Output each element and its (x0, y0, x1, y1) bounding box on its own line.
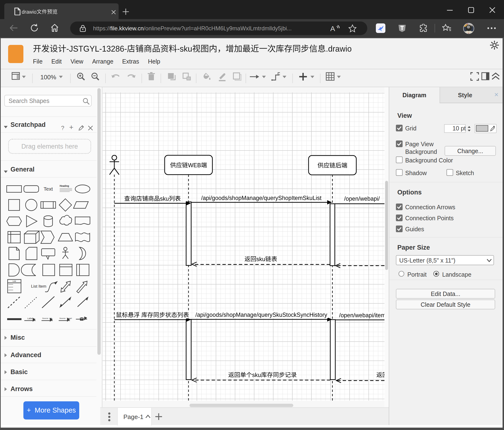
svg-text:Source: Source (59, 317, 66, 319)
svg-text:Source: Source (42, 317, 48, 319)
svg-text:List Item: List Item (31, 284, 46, 289)
svg-text:List: List (13, 280, 16, 282)
svg-text:Label: Label (27, 317, 33, 320)
svg-text:Heading: Heading (60, 185, 69, 187)
svg-text:Text: Text (44, 186, 53, 192)
svg-text:Target: Target (67, 317, 72, 319)
svg-text:lab: lab (49, 317, 52, 319)
